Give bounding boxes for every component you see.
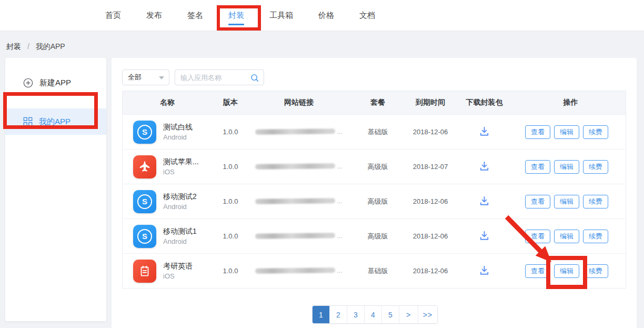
- app-name: 测试白线: [163, 122, 193, 132]
- pagination: 1 2 3 4 5 > >>: [312, 305, 438, 324]
- nav-item-publish[interactable]: 发布: [146, 0, 162, 31]
- website-link-redacted: ...: [255, 128, 342, 135]
- app-platform: Android: [163, 237, 197, 246]
- app-table: 名称 版本 网站链接 套餐 到期时间 下载封装包 操作 S 测试白线 Andro…: [122, 91, 626, 289]
- app-plan: 高级版: [349, 162, 407, 172]
- app-name-cell: S 测试白线 Android: [123, 121, 212, 144]
- download-package-icon[interactable]: [478, 160, 490, 172]
- last-page-button[interactable]: >>: [418, 306, 437, 323]
- search-box: [175, 69, 264, 85]
- website-link-redacted: ...: [255, 267, 342, 274]
- col-header-actions: 操作: [515, 98, 627, 107]
- next-page-button[interactable]: >: [399, 306, 418, 323]
- nav-item-sign[interactable]: 签名: [187, 0, 203, 31]
- col-header-download: 下载封装包: [454, 98, 515, 107]
- breadcrumb-separator: /: [27, 42, 29, 51]
- table-row: S 移动测试2 Android 1.0.0 ... 高级版 2018-12-06: [123, 184, 626, 218]
- sidebar-item-new-app[interactable]: 新建APP: [5, 69, 106, 96]
- app-expiry: 2018-12-06: [407, 128, 454, 136]
- app-plan: 基础版: [349, 266, 407, 276]
- app-name-cell: 测试苹果... iOS: [123, 155, 212, 178]
- nav-item-docs[interactable]: 文档: [359, 0, 375, 31]
- app-name-cell: 考研英语 iOS: [123, 260, 212, 283]
- page-5[interactable]: 5: [382, 306, 399, 323]
- edit-button[interactable]: 编辑: [554, 230, 579, 243]
- app-version: 1.0.0: [212, 197, 249, 205]
- col-header-link: 网站链接: [249, 98, 349, 107]
- table-header: 名称 版本 网站链接 套餐 到期时间 下载封装包 操作: [123, 91, 626, 114]
- app-name: 测试苹果...: [163, 157, 199, 166]
- breadcrumb-root[interactable]: 封装: [6, 42, 21, 51]
- row-actions: 查看 编辑 续费: [515, 264, 627, 278]
- renew-button[interactable]: 续费: [583, 230, 608, 243]
- app-platform: iOS: [163, 272, 193, 281]
- website-link-redacted: ...: [255, 197, 342, 205]
- table-row: S 测试白线 Android 1.0.0 ... 基础版 2018-12-06: [123, 114, 626, 149]
- col-header-name: 名称: [123, 98, 212, 107]
- search-icon[interactable]: [250, 73, 259, 85]
- view-button[interactable]: 查看: [525, 160, 550, 174]
- app-version: 1.0.0: [212, 163, 249, 171]
- edit-button[interactable]: 编辑: [554, 125, 579, 139]
- nav-item-toolbox[interactable]: 工具箱: [269, 0, 293, 31]
- s-logo-app-icon: S: [133, 121, 156, 144]
- download-package-icon[interactable]: [478, 195, 490, 207]
- notepad-app-icon: [133, 260, 156, 283]
- app-name-cell: S 移动测试2 Android: [123, 190, 212, 213]
- page-3[interactable]: 3: [347, 306, 365, 323]
- breadcrumb: 封装 / 我的APP: [6, 42, 65, 52]
- filter-bar: 全部: [122, 69, 264, 85]
- renew-button[interactable]: 续费: [583, 264, 608, 278]
- app-platform: Android: [163, 202, 197, 211]
- app-version: 1.0.0: [212, 267, 249, 275]
- row-actions: 查看 编辑 续费: [515, 125, 627, 139]
- page-2[interactable]: 2: [330, 306, 347, 323]
- table-row: 测试苹果... iOS 1.0.0 ... 高级版 2018-12-07 查看 …: [123, 149, 626, 184]
- row-actions: 查看 编辑 续费: [515, 195, 627, 208]
- col-header-version: 版本: [212, 98, 249, 107]
- page-4[interactable]: 4: [365, 306, 382, 323]
- renew-button[interactable]: 续费: [583, 125, 608, 139]
- website-link-redacted: ...: [255, 163, 342, 170]
- renew-button[interactable]: 续费: [583, 160, 608, 174]
- app-name: 移动测试2: [163, 192, 197, 201]
- app-platform: iOS: [163, 167, 199, 176]
- main-nav: 首页 发布 签名 封装 工具箱 价格 文档: [0, 0, 644, 31]
- download-package-icon[interactable]: [478, 230, 490, 242]
- app-name-cell: S 移动测试1 Android: [123, 225, 212, 248]
- app-version: 1.0.0: [212, 128, 249, 136]
- search-input[interactable]: [175, 70, 244, 85]
- download-package-icon[interactable]: [478, 264, 490, 276]
- app-plan: 高级版: [349, 232, 407, 241]
- top-navbar: 首页 发布 签名 封装 工具箱 价格 文档: [0, 0, 644, 31]
- row-actions: 查看 编辑 续费: [515, 230, 627, 243]
- main-panel: 全部 名称 版本 网站链接 套餐 到期时间 下载封装包 操: [112, 58, 637, 328]
- app-expiry: 2018-12-07: [407, 163, 454, 171]
- nav-item-home[interactable]: 首页: [105, 0, 121, 31]
- page-1-active[interactable]: 1: [313, 306, 330, 323]
- sidebar-item-my-app[interactable]: 我的APP: [5, 108, 106, 135]
- category-select[interactable]: 全部: [122, 69, 169, 85]
- table-row: S 移动测试1 Android 1.0.0 ... 高级版 2018-12-06: [123, 218, 626, 253]
- download-package-icon[interactable]: [478, 125, 490, 137]
- edit-button[interactable]: 编辑: [554, 160, 579, 174]
- app-packaging-page: 首页 发布 签名 封装 工具箱 价格 文档 封装 / 我的APP 新建APP: [0, 0, 644, 328]
- nav-item-price[interactable]: 价格: [318, 0, 334, 31]
- view-button[interactable]: 查看: [525, 125, 550, 139]
- app-platform: Android: [163, 133, 193, 142]
- app-plan: 基础版: [349, 127, 407, 137]
- website-link-redacted: ...: [255, 232, 342, 240]
- airplane-app-icon: [133, 155, 156, 178]
- app-name: 考研英语: [163, 261, 193, 271]
- col-header-expiry: 到期时间: [407, 98, 454, 107]
- edit-button[interactable]: 编辑: [554, 195, 579, 208]
- edit-button-highlighted[interactable]: 编辑: [554, 264, 579, 278]
- category-select-value: 全部: [128, 73, 142, 82]
- table-row: 考研英语 iOS 1.0.0 ... 基础版 2018-12-06 查看 编辑 …: [123, 253, 626, 288]
- view-button[interactable]: 查看: [525, 264, 550, 278]
- nav-item-package-active[interactable]: 封装: [228, 0, 244, 31]
- circle-plus-icon: [23, 78, 33, 88]
- view-button[interactable]: 查看: [525, 230, 550, 243]
- renew-button[interactable]: 续费: [583, 195, 608, 208]
- view-button[interactable]: 查看: [525, 195, 550, 208]
